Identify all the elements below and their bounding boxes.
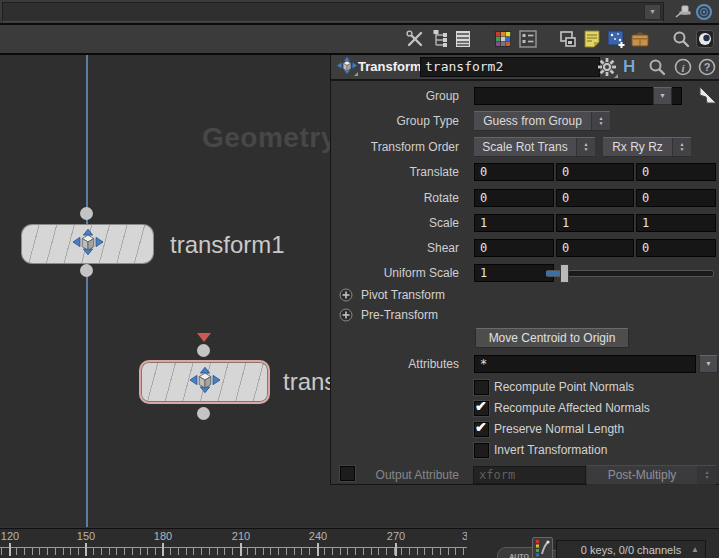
shear-label: Shear: [331, 239, 459, 257]
uniform-scale-slider-handle[interactable]: [560, 264, 569, 283]
spinner-arrows-icon[interactable]: ▲▼: [576, 138, 595, 156]
attributes-input[interactable]: *: [474, 355, 696, 373]
group-dropdown-button[interactable]: ▼: [653, 87, 672, 105]
grid-options-icon[interactable]: [518, 29, 538, 49]
checkbox-0-label[interactable]: Recompute Point Normals: [494, 380, 634, 395]
move-centroid-button[interactable]: Move Centroid to Origin: [475, 328, 629, 348]
radial-link-icon[interactable]: [695, 3, 713, 21]
menu-corner-arrow-icon: [614, 74, 618, 78]
ruler-minor-ticks: [1, 548, 467, 555]
node-transform2[interactable]: [139, 360, 270, 404]
keys-channels-status[interactable]: 0 keys, 0/0 channels ▲: [556, 540, 706, 558]
group-type-dropdown[interactable]: Guess from Group ▲▼: [474, 111, 610, 131]
layout-windows-icon[interactable]: [558, 29, 578, 49]
attributes-dropdown-button[interactable]: ▼: [699, 355, 718, 373]
sticky-note-icon[interactable]: [582, 29, 602, 49]
dropdown-arrow-icon[interactable]: ▼: [644, 4, 661, 20]
transform-node-icon: [73, 229, 103, 259]
checkbox-3-label[interactable]: Invert Transformation: [494, 443, 607, 458]
ruler-tick-label: 120: [1, 530, 19, 542]
tree-view-icon[interactable]: [431, 29, 451, 49]
shear-y-input[interactable]: 0: [556, 239, 634, 257]
node2-output-connector[interactable]: [197, 407, 210, 420]
node1-input-connector[interactable]: [80, 207, 93, 220]
node-name-input[interactable]: transform2: [420, 57, 600, 77]
ruler-tick-label: 180: [154, 530, 172, 542]
network-context-watermark: Geometry: [202, 122, 337, 154]
houdini-window: ▼: [0, 0, 719, 558]
color-palette-icon[interactable]: [493, 29, 513, 49]
group-select-arrow-icon[interactable]: [697, 84, 719, 106]
node1-label: transform1: [170, 231, 285, 259]
transform-node-icon: [190, 367, 220, 397]
spinner-arrows-icon: ▲▼: [697, 466, 716, 484]
node2-input-connector[interactable]: [197, 344, 210, 357]
spinner-arrows-icon[interactable]: ▲▼: [591, 112, 610, 130]
output-attribute-label: Output Attribute: [331, 466, 459, 484]
ruler-tick-label: 240: [309, 530, 327, 542]
scale-z-input[interactable]: 1: [636, 214, 716, 232]
checkbox-1[interactable]: [474, 401, 489, 416]
node1-output-connector[interactable]: [80, 264, 93, 277]
node-type-label: Transform: [358, 59, 422, 74]
pre-transform-expand-icon[interactable]: [339, 308, 353, 322]
image-add-icon[interactable]: [606, 29, 626, 49]
spinner-arrows-icon[interactable]: ▲▼: [672, 138, 691, 156]
transform-order-label: Transform Order: [331, 138, 459, 156]
shear-x-input[interactable]: 0: [474, 239, 554, 257]
group-input[interactable]: [474, 87, 682, 105]
ruler-tick-label-clipped: 300: [462, 530, 467, 542]
pre-transform-label[interactable]: Pre-Transform: [361, 308, 438, 322]
path-dropdown[interactable]: ▼: [2, 2, 664, 22]
rotate-x-input[interactable]: 0: [474, 189, 554, 207]
translate-z-input[interactable]: 0: [636, 163, 716, 181]
pin-icon[interactable]: [674, 3, 692, 21]
translate-x-input[interactable]: 0: [474, 163, 554, 181]
attributes-label: Attributes: [331, 355, 459, 373]
gear-menu-icon[interactable]: [597, 57, 617, 77]
checkbox-2[interactable]: [474, 422, 489, 437]
checkbox-1-label[interactable]: Recompute Affected Normals: [494, 401, 650, 416]
scale-y-input[interactable]: 1: [556, 214, 634, 232]
timeline[interactable]: 120 150 180 210 240 270 300 AUTO 0 keys,…: [0, 528, 719, 558]
pivot-transform-label[interactable]: Pivot Transform: [361, 288, 445, 302]
expand-arrow-icon[interactable]: ▲: [691, 545, 699, 555]
output-attribute-input: xform: [473, 466, 586, 484]
checkbox-2-label[interactable]: Preserve Normal Length: [494, 422, 624, 437]
parameter-panel-header: Transform transform2 H i ?: [331, 55, 719, 81]
ruler-tick-label: 150: [77, 530, 95, 542]
ruler-tick-label: 270: [387, 530, 405, 542]
svg-text:?: ?: [704, 61, 711, 73]
toolbox-icon[interactable]: [630, 29, 650, 49]
svg-text:i: i: [681, 62, 685, 74]
transform-order-dropdown[interactable]: Scale Rot Trans ▲▼: [474, 137, 595, 157]
rotate-order-dropdown[interactable]: Rx Ry Rz ▲▼: [603, 137, 691, 157]
rotate-z-input[interactable]: 0: [636, 189, 716, 207]
checkbox-0[interactable]: [474, 380, 489, 395]
scale-x-input[interactable]: 1: [474, 214, 554, 232]
node2-flag-icon[interactable]: [197, 333, 211, 342]
output-attribute-mode-dropdown: Post-Multiply ▲▼: [587, 465, 716, 485]
node-type-icon[interactable]: [337, 57, 357, 75]
parameter-panel: Transform transform2 H i ? Group ▼ Gro: [330, 55, 719, 485]
ruler-tick-label: 210: [232, 530, 250, 542]
info-icon[interactable]: i: [673, 57, 693, 77]
uniform-scale-input[interactable]: 1: [474, 264, 554, 282]
channel-key-icon[interactable]: [532, 537, 553, 558]
group-label: Group: [331, 87, 459, 105]
uniform-scale-slider-track[interactable]: [546, 270, 714, 277]
visibility-eye-icon[interactable]: [695, 29, 715, 49]
translate-y-input[interactable]: 0: [556, 163, 634, 181]
node-transform1[interactable]: [22, 225, 153, 263]
pivot-transform-expand-icon[interactable]: [339, 288, 353, 302]
search-icon[interactable]: [671, 29, 691, 49]
list-view-icon[interactable]: [453, 29, 473, 49]
rotate-y-input[interactable]: 0: [556, 189, 634, 207]
tools-icon[interactable]: [405, 29, 425, 49]
help-icon[interactable]: ?: [697, 57, 717, 77]
translate-label: Translate: [331, 163, 459, 181]
houdini-logo-icon[interactable]: H: [623, 57, 643, 77]
checkbox-3[interactable]: [474, 443, 489, 458]
parameter-search-icon[interactable]: [647, 57, 667, 77]
shear-z-input[interactable]: 0: [636, 239, 716, 257]
